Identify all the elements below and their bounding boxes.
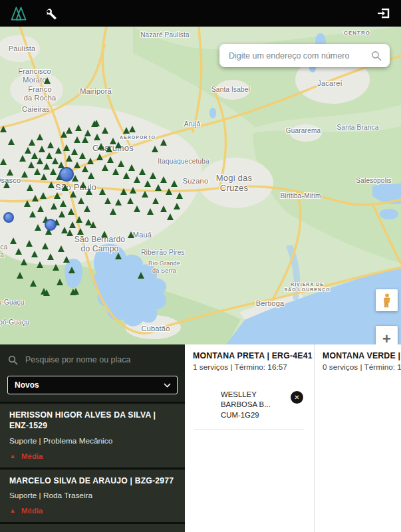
top-bar [0,0,401,27]
assignment-list: WESLLEY BARBOSA B...CUM-1G29✕ [193,390,306,430]
severity-badge: ▲Média [9,452,176,460]
assignment-card[interactable]: WESLLEY BARBOSA B...CUM-1G29✕ [194,390,305,430]
close-icon: ✕ [294,394,299,401]
request-title: MARCELO SILVA DE ARAUJO | BZG-2977 [9,475,176,486]
driver-column-subtitle: 1 serviços | Término: 16:57 [193,362,306,372]
vehicle-request-list: HERISSON HIGOR ALVES DA SILVA | ENZ-1529… [0,402,185,532]
driver-columns: MONTANA PRETA | ERG-4E41 1 serviços | Té… [185,344,401,532]
zoom-in-button[interactable]: + [376,326,398,344]
logout-icon [377,7,390,20]
request-list-item[interactable]: MARCELO SILVA DE ARAUJO | BZG-2977Suport… [0,467,185,522]
brand-m-logo-icon [9,4,28,23]
request-list-item[interactable]: ADRIANO ANSELMO ALVES DA SILVA | EEW-765… [0,522,185,532]
address-search-input[interactable] [227,51,371,61]
street-view-pegman-button[interactable] [376,289,398,311]
request-subtitle: Suporte | Roda Traseira [9,491,176,500]
driver-column-title: MONTANA PRETA | ERG-4E41 [193,351,306,360]
bottom-section: Novos HERISSON HIGOR ALVES DA SILVA | EN… [0,344,401,532]
assignment-driver-name: WESLLEY BARBOSA B... [221,390,291,410]
request-subtitle: Suporte | Problema Mecânico [9,436,176,446]
status-filter-value: Novos [15,380,39,390]
severity-label: Média [21,507,43,515]
status-filter-select[interactable]: Novos [7,376,178,394]
close-button[interactable]: ✕ [291,391,303,404]
assignment-info: WESLLEY BARBOSA B...CUM-1G29 [221,390,291,420]
assignment-plate: CUM-1G29 [221,410,291,420]
cluster-marker-icon[interactable] [59,167,74,182]
driver-column-title: MONTANA VERDE | ET [323,351,401,360]
driver-column-montana-preta[interactable]: MONTANA PRETA | ERG-4E41 1 serviços | Té… [185,344,314,532]
map-canvas[interactable]: Nazaré PaulistaCENTROPaulistaFrancisco M… [0,27,401,344]
request-list-item[interactable]: HERISSON HIGOR ALVES DA SILVA | ENZ-1529… [0,402,185,467]
request-title: HERISSON HIGOR ALVES DA SILVA | ENZ-1529 [9,410,176,432]
driver-column-subtitle: 0 serviços | Término: 16: [323,362,401,372]
driver-column-montana-verde[interactable]: MONTANA VERDE | ET 0 serviços | Término:… [314,344,401,532]
map-tiles [0,27,401,344]
warning-triangle-icon: ▲ [9,453,16,460]
pegman-icon [382,293,392,308]
wrench-button[interactable] [43,5,61,23]
plus-icon: + [382,331,391,344]
chevron-down-icon [164,383,171,388]
severity-badge: ▲Média [9,507,176,515]
wrench-icon [45,7,58,20]
address-search-box [219,44,390,67]
panel-search-input[interactable] [24,354,177,365]
cluster-marker-icon[interactable] [45,219,57,231]
search-icon [371,51,382,61]
app-window: Nazaré PaulistaCENTROPaulistaFrancisco M… [0,0,401,532]
search-icon [8,355,18,365]
warning-triangle-icon: ▲ [9,507,16,514]
panel-search-box [0,344,185,371]
severity-label: Média [21,452,43,460]
cluster-marker-icon[interactable] [3,212,14,223]
logout-button[interactable] [374,4,393,23]
request-panel: Novos HERISSON HIGOR ALVES DA SILVA | EN… [0,344,185,532]
